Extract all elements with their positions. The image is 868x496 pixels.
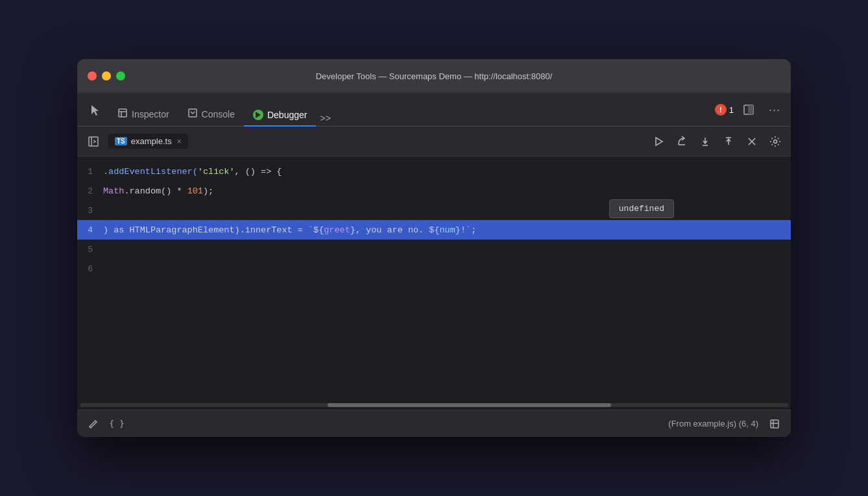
line-number-4: 4 bbox=[77, 225, 103, 235]
toolbar-right: ! 1 ··· bbox=[715, 99, 786, 121]
error-badge: ! 1 bbox=[715, 104, 734, 116]
debugger-icon bbox=[253, 110, 263, 120]
svg-marker-0 bbox=[91, 105, 99, 116]
line-number-1: 1 bbox=[77, 167, 103, 177]
options-button[interactable]: ··· bbox=[764, 99, 786, 121]
line-content-1: .addEventListener('click', () => { bbox=[103, 167, 282, 177]
settings-button[interactable] bbox=[765, 131, 786, 152]
svg-marker-9 bbox=[656, 138, 662, 145]
error-icon: ! bbox=[715, 104, 727, 116]
code-lines: 1 .addEventListener('click', () => { 2 M… bbox=[77, 156, 791, 401]
svg-rect-1 bbox=[119, 109, 127, 117]
resume-button[interactable] bbox=[648, 131, 669, 152]
tab-inspector[interactable]: Inspector bbox=[108, 103, 178, 127]
svg-rect-7 bbox=[89, 137, 98, 146]
sidebar-toggle-button[interactable] bbox=[82, 130, 104, 153]
code-line-2: 2 Math.random() * 101); bbox=[77, 181, 791, 201]
svg-point-17 bbox=[774, 140, 777, 143]
file-close-button[interactable]: × bbox=[177, 137, 182, 146]
status-bar: { } (From example.js) (6, 4) bbox=[77, 410, 791, 437]
pencil-icon[interactable] bbox=[85, 415, 102, 432]
step-over-button[interactable] bbox=[671, 131, 692, 152]
code-line-6: 6 bbox=[77, 259, 791, 279]
line-number-6: 6 bbox=[77, 264, 103, 274]
scrollbar-thumb[interactable] bbox=[328, 403, 611, 407]
svg-rect-6 bbox=[748, 105, 753, 114]
cursor-icon[interactable] bbox=[82, 97, 108, 123]
code-editor: 1 .addEventListener('click', () => { 2 M… bbox=[77, 156, 791, 410]
scrollbar-track[interactable] bbox=[80, 403, 788, 407]
step-in-button[interactable] bbox=[695, 131, 716, 152]
tooltip-undefined: undefined bbox=[609, 199, 674, 218]
sub-toolbar: TS example.ts × bbox=[77, 127, 791, 156]
code-line-4: 4 ) as HTMLParagraphElement).innerText =… bbox=[77, 220, 791, 240]
file-name: example.ts bbox=[131, 136, 172, 146]
code-line-1: 1 .addEventListener('click', () => { bbox=[77, 162, 791, 181]
code-filler bbox=[77, 279, 791, 395]
horizontal-scrollbar[interactable] bbox=[77, 401, 791, 410]
title-bar: Developer Tools — Sourcemaps Demo — http… bbox=[77, 59, 791, 93]
window-title: Developer Tools — Sourcemaps Demo — http… bbox=[316, 71, 553, 81]
svg-rect-19 bbox=[771, 420, 778, 428]
dock-button[interactable] bbox=[738, 99, 760, 121]
line-number-3: 3 bbox=[77, 206, 103, 216]
line-number-2: 2 bbox=[77, 186, 103, 196]
status-right: (From example.js) (6, 4) bbox=[668, 415, 783, 432]
console-icon bbox=[187, 108, 198, 120]
status-left: { } bbox=[85, 415, 125, 432]
line-content-2: Math.random() * 101); bbox=[103, 186, 213, 196]
toolbar: Inspector Console Debugger >> ! 1 bbox=[77, 93, 791, 127]
source-map-icon[interactable] bbox=[766, 415, 783, 432]
step-out-button[interactable] bbox=[718, 131, 739, 152]
cursor-position: (From example.js) (6, 4) bbox=[668, 419, 758, 428]
debug-controls bbox=[648, 131, 786, 152]
typescript-badge: TS bbox=[115, 137, 127, 145]
deactivate-button[interactable] bbox=[741, 131, 762, 152]
error-count: 1 bbox=[729, 105, 734, 115]
tab-inspector-label: Inspector bbox=[132, 109, 169, 119]
maximize-button[interactable] bbox=[116, 71, 125, 81]
line-content-4: ) as HTMLParagraphElement).innerText = `… bbox=[103, 225, 476, 235]
pretty-print-button[interactable]: { } bbox=[108, 415, 125, 432]
tab-console[interactable]: Console bbox=[178, 103, 244, 127]
inspector-icon bbox=[117, 108, 128, 120]
close-button[interactable] bbox=[88, 71, 97, 81]
svg-line-18 bbox=[90, 427, 91, 428]
tab-console-label: Console bbox=[202, 109, 235, 119]
file-tab-example[interactable]: TS example.ts × bbox=[108, 134, 188, 149]
devtools-window: Developer Tools — Sourcemaps Demo — http… bbox=[77, 59, 791, 437]
code-line-3: 3 undefined bbox=[77, 201, 791, 220]
more-tabs-button[interactable]: >> bbox=[316, 110, 334, 126]
code-line-5: 5 bbox=[77, 240, 791, 259]
line-number-5: 5 bbox=[77, 245, 103, 254]
tab-debugger-label: Debugger bbox=[267, 110, 307, 120]
minimize-button[interactable] bbox=[102, 71, 111, 81]
traffic-lights bbox=[88, 71, 125, 81]
tab-debugger[interactable]: Debugger bbox=[244, 105, 317, 127]
